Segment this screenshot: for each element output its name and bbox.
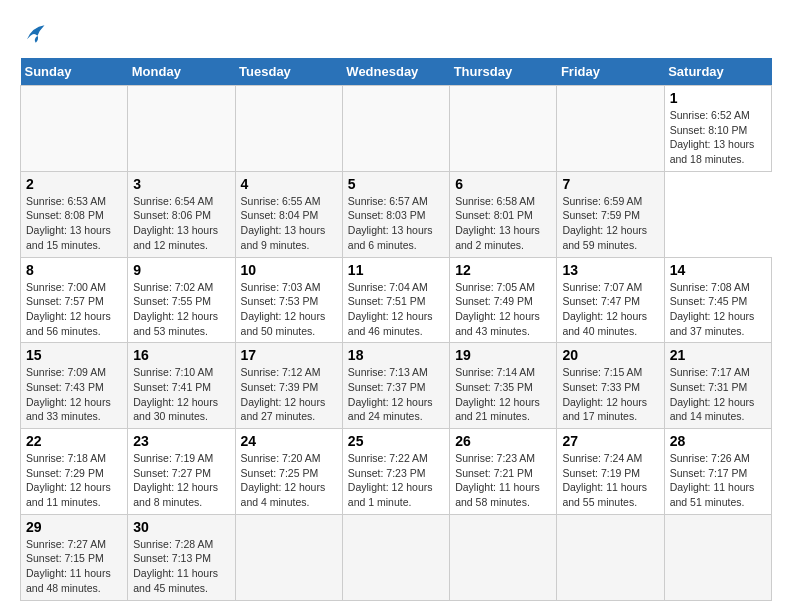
day-number: 9 — [133, 262, 229, 278]
calendar-cell: 9 Sunrise: 7:02 AM Sunset: 7:55 PM Dayli… — [128, 257, 235, 343]
calendar-cell: 1 Sunrise: 6:52 AM Sunset: 8:10 PM Dayli… — [664, 86, 771, 172]
day-info: Sunrise: 7:04 AM Sunset: 7:51 PM Dayligh… — [348, 280, 444, 339]
day-number: 18 — [348, 347, 444, 363]
calendar-cell: 28 Sunrise: 7:26 AM Sunset: 7:17 PM Dayl… — [664, 429, 771, 515]
day-number: 2 — [26, 176, 122, 192]
calendar-cell: 24 Sunrise: 7:20 AM Sunset: 7:25 PM Dayl… — [235, 429, 342, 515]
day-info: Sunrise: 7:19 AM Sunset: 7:27 PM Dayligh… — [133, 451, 229, 510]
calendar-cell: 18 Sunrise: 7:13 AM Sunset: 7:37 PM Dayl… — [342, 343, 449, 429]
day-number: 24 — [241, 433, 337, 449]
calendar-cell — [342, 514, 449, 600]
calendar-cell: 6 Sunrise: 6:58 AM Sunset: 8:01 PM Dayli… — [450, 171, 557, 257]
calendar-cell: 12 Sunrise: 7:05 AM Sunset: 7:49 PM Dayl… — [450, 257, 557, 343]
day-info: Sunrise: 7:15 AM Sunset: 7:33 PM Dayligh… — [562, 365, 658, 424]
day-number: 14 — [670, 262, 766, 278]
day-info: Sunrise: 7:07 AM Sunset: 7:47 PM Dayligh… — [562, 280, 658, 339]
calendar-cell: 17 Sunrise: 7:12 AM Sunset: 7:39 PM Dayl… — [235, 343, 342, 429]
day-number: 30 — [133, 519, 229, 535]
calendar-cell — [235, 86, 342, 172]
calendar-cell: 15 Sunrise: 7:09 AM Sunset: 7:43 PM Dayl… — [21, 343, 128, 429]
day-info: Sunrise: 6:53 AM Sunset: 8:08 PM Dayligh… — [26, 194, 122, 253]
day-info: Sunrise: 6:57 AM Sunset: 8:03 PM Dayligh… — [348, 194, 444, 253]
day-info: Sunrise: 6:58 AM Sunset: 8:01 PM Dayligh… — [455, 194, 551, 253]
day-info: Sunrise: 7:17 AM Sunset: 7:31 PM Dayligh… — [670, 365, 766, 424]
day-info: Sunrise: 7:12 AM Sunset: 7:39 PM Dayligh… — [241, 365, 337, 424]
day-info: Sunrise: 7:08 AM Sunset: 7:45 PM Dayligh… — [670, 280, 766, 339]
calendar-cell — [235, 514, 342, 600]
day-number: 4 — [241, 176, 337, 192]
calendar-cell: 25 Sunrise: 7:22 AM Sunset: 7:23 PM Dayl… — [342, 429, 449, 515]
calendar-table: SundayMondayTuesdayWednesdayThursdayFrid… — [20, 58, 772, 601]
day-info: Sunrise: 6:55 AM Sunset: 8:04 PM Dayligh… — [241, 194, 337, 253]
calendar-cell: 21 Sunrise: 7:17 AM Sunset: 7:31 PM Dayl… — [664, 343, 771, 429]
day-info: Sunrise: 7:22 AM Sunset: 7:23 PM Dayligh… — [348, 451, 444, 510]
calendar-cell: 22 Sunrise: 7:18 AM Sunset: 7:29 PM Dayl… — [21, 429, 128, 515]
day-info: Sunrise: 6:59 AM Sunset: 7:59 PM Dayligh… — [562, 194, 658, 253]
calendar-cell: 19 Sunrise: 7:14 AM Sunset: 7:35 PM Dayl… — [450, 343, 557, 429]
day-info: Sunrise: 7:24 AM Sunset: 7:19 PM Dayligh… — [562, 451, 658, 510]
day-info: Sunrise: 7:03 AM Sunset: 7:53 PM Dayligh… — [241, 280, 337, 339]
day-number: 25 — [348, 433, 444, 449]
day-info: Sunrise: 7:27 AM Sunset: 7:15 PM Dayligh… — [26, 537, 122, 596]
logo-icon — [20, 20, 48, 48]
calendar-cell: 30 Sunrise: 7:28 AM Sunset: 7:13 PM Dayl… — [128, 514, 235, 600]
calendar-cell — [21, 86, 128, 172]
day-number: 19 — [455, 347, 551, 363]
calendar-cell: 3 Sunrise: 6:54 AM Sunset: 8:06 PM Dayli… — [128, 171, 235, 257]
day-number: 15 — [26, 347, 122, 363]
day-number: 17 — [241, 347, 337, 363]
day-number: 28 — [670, 433, 766, 449]
calendar-cell: 8 Sunrise: 7:00 AM Sunset: 7:57 PM Dayli… — [21, 257, 128, 343]
calendar-cell — [664, 514, 771, 600]
day-number: 1 — [670, 90, 766, 106]
day-number: 3 — [133, 176, 229, 192]
day-info: Sunrise: 6:54 AM Sunset: 8:06 PM Dayligh… — [133, 194, 229, 253]
day-info: Sunrise: 6:52 AM Sunset: 8:10 PM Dayligh… — [670, 108, 766, 167]
day-info: Sunrise: 7:05 AM Sunset: 7:49 PM Dayligh… — [455, 280, 551, 339]
calendar-cell: 26 Sunrise: 7:23 AM Sunset: 7:21 PM Dayl… — [450, 429, 557, 515]
day-info: Sunrise: 7:28 AM Sunset: 7:13 PM Dayligh… — [133, 537, 229, 596]
weekday-header: Saturday — [664, 58, 771, 86]
calendar-cell: 27 Sunrise: 7:24 AM Sunset: 7:19 PM Dayl… — [557, 429, 664, 515]
day-number: 27 — [562, 433, 658, 449]
weekday-header: Thursday — [450, 58, 557, 86]
calendar-cell: 23 Sunrise: 7:19 AM Sunset: 7:27 PM Dayl… — [128, 429, 235, 515]
day-number: 29 — [26, 519, 122, 535]
day-number: 5 — [348, 176, 444, 192]
weekday-header: Wednesday — [342, 58, 449, 86]
day-number: 11 — [348, 262, 444, 278]
weekday-header: Monday — [128, 58, 235, 86]
calendar-cell: 7 Sunrise: 6:59 AM Sunset: 7:59 PM Dayli… — [557, 171, 664, 257]
day-info: Sunrise: 7:02 AM Sunset: 7:55 PM Dayligh… — [133, 280, 229, 339]
day-number: 13 — [562, 262, 658, 278]
calendar-cell — [342, 86, 449, 172]
calendar-cell — [557, 514, 664, 600]
calendar-cell: 11 Sunrise: 7:04 AM Sunset: 7:51 PM Dayl… — [342, 257, 449, 343]
day-info: Sunrise: 7:18 AM Sunset: 7:29 PM Dayligh… — [26, 451, 122, 510]
day-info: Sunrise: 7:14 AM Sunset: 7:35 PM Dayligh… — [455, 365, 551, 424]
calendar-cell: 20 Sunrise: 7:15 AM Sunset: 7:33 PM Dayl… — [557, 343, 664, 429]
day-number: 20 — [562, 347, 658, 363]
day-info: Sunrise: 7:10 AM Sunset: 7:41 PM Dayligh… — [133, 365, 229, 424]
day-info: Sunrise: 7:23 AM Sunset: 7:21 PM Dayligh… — [455, 451, 551, 510]
day-number: 6 — [455, 176, 551, 192]
day-number: 26 — [455, 433, 551, 449]
calendar-cell — [450, 86, 557, 172]
day-info: Sunrise: 7:09 AM Sunset: 7:43 PM Dayligh… — [26, 365, 122, 424]
day-info: Sunrise: 7:26 AM Sunset: 7:17 PM Dayligh… — [670, 451, 766, 510]
day-number: 10 — [241, 262, 337, 278]
calendar-cell: 14 Sunrise: 7:08 AM Sunset: 7:45 PM Dayl… — [664, 257, 771, 343]
calendar-cell — [128, 86, 235, 172]
day-number: 8 — [26, 262, 122, 278]
calendar-cell — [557, 86, 664, 172]
weekday-header: Friday — [557, 58, 664, 86]
day-number: 22 — [26, 433, 122, 449]
calendar-cell — [450, 514, 557, 600]
calendar-cell: 2 Sunrise: 6:53 AM Sunset: 8:08 PM Dayli… — [21, 171, 128, 257]
day-number: 12 — [455, 262, 551, 278]
calendar-cell: 13 Sunrise: 7:07 AM Sunset: 7:47 PM Dayl… — [557, 257, 664, 343]
day-info: Sunrise: 7:00 AM Sunset: 7:57 PM Dayligh… — [26, 280, 122, 339]
calendar-cell: 4 Sunrise: 6:55 AM Sunset: 8:04 PM Dayli… — [235, 171, 342, 257]
logo — [20, 20, 52, 48]
day-number: 7 — [562, 176, 658, 192]
